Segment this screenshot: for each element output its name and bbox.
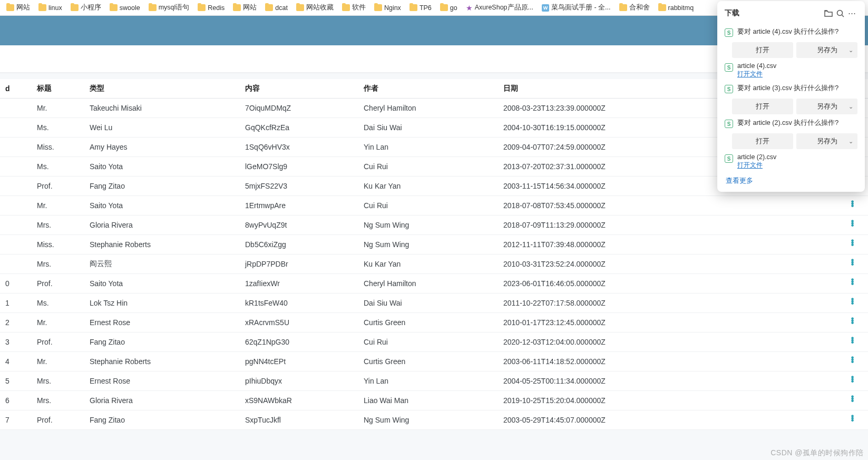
bookmark-label: 菜鸟面试手册 - 全... bbox=[551, 3, 611, 12]
bookmark-label: AxureShop产品原... bbox=[475, 3, 533, 12]
downloads-header: 下载 ⋯ bbox=[719, 6, 863, 24]
open-folder-icon[interactable] bbox=[823, 7, 834, 19]
more-icon[interactable]: ⋯ bbox=[846, 7, 857, 19]
bookmark-label: 网站 bbox=[16, 3, 30, 12]
open-file-link[interactable]: 打开文件 bbox=[737, 70, 857, 79]
cell-actions: ••• bbox=[836, 235, 868, 255]
cell-type: Saito Yota bbox=[84, 157, 240, 177]
bookmark-item[interactable]: W菜鸟面试手册 - 全... bbox=[539, 2, 614, 14]
th-type[interactable]: 类型 bbox=[84, 79, 240, 99]
bookmark-item[interactable]: 软件 bbox=[339, 2, 369, 14]
row-menu-icon[interactable]: ••• bbox=[851, 259, 854, 266]
cell-title: Prof. bbox=[32, 332, 84, 352]
bookmark-item[interactable]: 网站 bbox=[230, 2, 260, 14]
bookmark-item[interactable]: ★AxureShop产品原... bbox=[463, 2, 537, 14]
bookmark-item[interactable]: dcat bbox=[262, 3, 291, 13]
table-row[interactable]: 0Prof.Saito Yota1zafIiexWrCheryl Hamilto… bbox=[0, 274, 868, 293]
save-as-button[interactable]: 另存为⌄ bbox=[796, 42, 857, 58]
bookmark-label: rabbitmq bbox=[668, 4, 694, 12]
cell-idx bbox=[0, 118, 32, 138]
row-menu-icon[interactable]: ••• bbox=[851, 240, 854, 246]
cell-author: Cui Rui bbox=[358, 196, 498, 216]
table-row[interactable]: 7Prof.Fang ZitaoSxpTucJkflNg Sum Wing200… bbox=[0, 410, 868, 430]
bookmark-item[interactable]: 网站 bbox=[3, 2, 33, 14]
bookmark-item[interactable]: TP6 bbox=[406, 3, 435, 13]
table-row[interactable]: 3Prof.Fang Zitao62qZ1NpG30Cui Rui2020-12… bbox=[0, 332, 868, 352]
cell-author: Yin Lan bbox=[358, 138, 498, 157]
cell-type: Ernest Rose bbox=[84, 313, 240, 332]
row-menu-icon[interactable]: ••• bbox=[851, 298, 854, 305]
bookmark-item[interactable]: mysql语句 bbox=[145, 2, 193, 14]
download-body: article (2).csv打开文件 bbox=[737, 153, 857, 170]
see-more-link[interactable]: 查看更多 bbox=[719, 172, 863, 185]
bookmark-item[interactable]: Redis bbox=[194, 3, 228, 13]
bookmark-item[interactable]: rabbitmq bbox=[655, 3, 697, 13]
row-menu-icon[interactable]: ••• bbox=[851, 376, 854, 383]
th-title[interactable]: 标题 bbox=[32, 79, 84, 99]
table-row[interactable]: Mrs.Gloria Rivera8wyPvUqZ9tNg Sum Wing20… bbox=[0, 216, 868, 235]
table-row[interactable]: 6Mrs.Gloria RiveraxS9NAWbkaRLiao Wai Man… bbox=[0, 391, 868, 410]
th-author[interactable]: 作者 bbox=[358, 79, 498, 99]
cell-type: Gloria Rivera bbox=[84, 391, 240, 410]
bookmark-item[interactable]: swoole bbox=[106, 3, 143, 13]
th-idx[interactable]: d bbox=[0, 79, 32, 99]
cell-type: Saito Yota bbox=[84, 196, 240, 216]
table-row[interactable]: Mrs.阎云熙jRpDP7PDBrKu Kar Yan2010-03-31T23… bbox=[0, 255, 868, 274]
open-file-link[interactable]: 打开文件 bbox=[737, 161, 857, 170]
folder-icon bbox=[265, 4, 273, 11]
cell-title: Mr. bbox=[32, 99, 84, 118]
cell-content: 1zafIiexWr bbox=[240, 274, 358, 293]
cell-author: Dai Siu Wai bbox=[358, 293, 498, 313]
row-menu-icon[interactable]: ••• bbox=[851, 415, 854, 422]
bookmark-label: 合和舍 bbox=[629, 3, 650, 12]
row-menu-icon[interactable]: ••• bbox=[851, 337, 854, 344]
bookmark-label: dcat bbox=[275, 4, 288, 12]
table-row[interactable]: 4Mr.Stephanie RobertspgNN4tcEPtCurtis Gr… bbox=[0, 352, 868, 371]
row-menu-icon[interactable]: ••• bbox=[851, 279, 854, 285]
bookmark-item[interactable]: 网站收藏 bbox=[293, 2, 337, 14]
download-body: 要对 article (4).csv 执行什么操作? bbox=[737, 27, 857, 37]
bookmark-label: 软件 bbox=[352, 3, 366, 12]
cell-content: 62qZ1NpG30 bbox=[240, 332, 358, 352]
row-menu-icon[interactable]: ••• bbox=[851, 201, 854, 207]
downloads-panel: 下载 ⋯ S要对 article (4).csv 执行什么操作?打开另存为⌄Sa… bbox=[717, 1, 865, 192]
cell-date: 2018-07-09T11:13:29.000000Z bbox=[498, 216, 836, 235]
open-button[interactable]: 打开 bbox=[732, 99, 793, 114]
cell-title: Mr. bbox=[32, 352, 84, 371]
bookmark-item[interactable]: 合和舍 bbox=[616, 2, 653, 14]
bookmark-item[interactable]: Nginx bbox=[371, 3, 404, 13]
cell-idx: 2 bbox=[0, 313, 32, 332]
open-button[interactable]: 打开 bbox=[732, 42, 793, 58]
row-menu-icon[interactable]: ••• bbox=[851, 357, 854, 363]
cell-date: 2003-06-11T14:18:52.000000Z bbox=[498, 352, 836, 371]
file-badge-icon: S bbox=[725, 85, 733, 93]
cell-idx: 5 bbox=[0, 371, 32, 391]
cell-author: Ku Kar Yan bbox=[358, 177, 498, 196]
row-menu-icon[interactable]: ••• bbox=[851, 396, 854, 402]
cell-title: Mrs. bbox=[32, 255, 84, 274]
row-menu-icon[interactable]: ••• bbox=[851, 318, 854, 324]
th-content[interactable]: 内容 bbox=[240, 79, 358, 99]
save-as-button[interactable]: 另存为⌄ bbox=[796, 133, 857, 149]
folder-icon bbox=[658, 4, 666, 11]
table-row[interactable]: 2Mr.Ernest RosexRAcrvmS5UCurtis Green201… bbox=[0, 313, 868, 332]
bookmark-label: linux bbox=[48, 4, 62, 12]
cell-date: 2023-06-01T16:46:05.000000Z bbox=[498, 274, 836, 293]
table-row[interactable]: 1Ms.Lok Tsz HinkR1tsFeW40Dai Siu Wai2011… bbox=[0, 293, 868, 313]
cell-content: xRAcrvmS5U bbox=[240, 313, 358, 332]
search-icon[interactable] bbox=[834, 7, 846, 19]
cell-title: Prof. bbox=[32, 177, 84, 196]
table-row[interactable]: 5Mrs.Ernest RosepIhiuDbqyxYin Lan2004-05… bbox=[0, 371, 868, 391]
table-row[interactable]: Mr.Saito Yota1ErtmwpAreCui Rui2018-07-08… bbox=[0, 196, 868, 216]
cell-author: Ng Sum Wing bbox=[358, 410, 498, 430]
save-as-button[interactable]: 另存为⌄ bbox=[796, 99, 857, 114]
open-button[interactable]: 打开 bbox=[732, 133, 793, 149]
cell-content: lGeMO7Slg9 bbox=[240, 157, 358, 177]
bookmark-item[interactable]: go bbox=[437, 3, 461, 13]
chevron-down-icon: ⌄ bbox=[849, 47, 853, 54]
cell-type: Takeuchi Misaki bbox=[84, 99, 240, 118]
bookmark-item[interactable]: linux bbox=[35, 3, 65, 13]
table-row[interactable]: Miss.Stephanie RobertsDb5C6xiZggNg Sum W… bbox=[0, 235, 868, 255]
bookmark-item[interactable]: 小程序 bbox=[67, 2, 104, 14]
row-menu-icon[interactable]: ••• bbox=[851, 220, 854, 227]
